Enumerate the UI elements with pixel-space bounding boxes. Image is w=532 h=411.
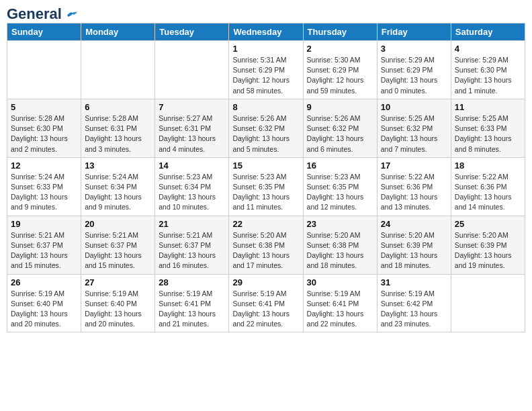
day-info: Sunrise: 5:21 AMSunset: 6:37 PMDaylight:… (159, 230, 225, 271)
day-info: Sunrise: 5:19 AMSunset: 6:41 PMDaylight:… (307, 289, 373, 330)
day-info: Sunrise: 5:19 AMSunset: 6:41 PMDaylight:… (232, 289, 299, 330)
weekday-header: Monday (81, 24, 155, 41)
day-number: 28 (159, 277, 225, 287)
day-number: 27 (85, 277, 151, 287)
day-number: 23 (307, 219, 373, 229)
calendar-cell: 29Sunrise: 5:19 AMSunset: 6:41 PMDayligh… (229, 274, 303, 332)
calendar-cell: 4Sunrise: 5:29 AMSunset: 6:30 PMDaylight… (451, 41, 525, 99)
day-info: Sunrise: 5:28 AMSunset: 6:31 PMDaylight:… (85, 113, 151, 154)
day-info: Sunrise: 5:20 AMSunset: 6:38 PMDaylight:… (232, 230, 299, 271)
weekday-header: Thursday (303, 24, 377, 41)
calendar-cell: 9Sunrise: 5:26 AMSunset: 6:32 PMDaylight… (303, 99, 377, 157)
day-number: 17 (381, 161, 447, 171)
day-info: Sunrise: 5:19 AMSunset: 6:40 PMDaylight:… (11, 289, 77, 330)
logo-bird-icon (66, 10, 78, 19)
day-number: 22 (232, 219, 299, 229)
calendar-cell: 2Sunrise: 5:30 AMSunset: 6:29 PMDaylight… (303, 41, 377, 99)
day-info: Sunrise: 5:23 AMSunset: 6:35 PMDaylight:… (232, 172, 299, 213)
day-number: 15 (232, 161, 299, 171)
calendar-cell: 25Sunrise: 5:20 AMSunset: 6:39 PMDayligh… (451, 216, 525, 274)
day-info: Sunrise: 5:22 AMSunset: 6:36 PMDaylight:… (455, 172, 521, 213)
day-info: Sunrise: 5:19 AMSunset: 6:42 PMDaylight:… (381, 289, 447, 330)
day-number: 11 (455, 102, 521, 112)
day-number: 19 (11, 219, 77, 229)
day-info: Sunrise: 5:20 AMSunset: 6:39 PMDaylight:… (381, 230, 447, 271)
day-info: Sunrise: 5:30 AMSunset: 6:29 PMDaylight:… (307, 55, 373, 96)
day-info: Sunrise: 5:19 AMSunset: 6:41 PMDaylight:… (159, 289, 225, 330)
calendar-cell: 22Sunrise: 5:20 AMSunset: 6:38 PMDayligh… (229, 216, 303, 274)
calendar-cell: 11Sunrise: 5:25 AMSunset: 6:33 PMDayligh… (451, 99, 525, 157)
calendar-cell: 31Sunrise: 5:19 AMSunset: 6:42 PMDayligh… (377, 274, 451, 332)
calendar-cell: 13Sunrise: 5:24 AMSunset: 6:34 PMDayligh… (81, 157, 155, 216)
calendar-cell: 24Sunrise: 5:20 AMSunset: 6:39 PMDayligh… (377, 216, 451, 274)
calendar-cell: 1Sunrise: 5:31 AMSunset: 6:29 PMDaylight… (229, 41, 303, 99)
calendar-cell: 26Sunrise: 5:19 AMSunset: 6:40 PMDayligh… (7, 274, 81, 332)
day-number: 20 (85, 219, 151, 229)
day-info: Sunrise: 5:20 AMSunset: 6:39 PMDaylight:… (455, 230, 521, 271)
day-number: 10 (381, 102, 447, 112)
day-number: 26 (11, 277, 77, 287)
day-info: Sunrise: 5:23 AMSunset: 6:34 PMDaylight:… (159, 172, 225, 213)
day-info: Sunrise: 5:19 AMSunset: 6:40 PMDaylight:… (85, 289, 151, 330)
calendar-cell: 14Sunrise: 5:23 AMSunset: 6:34 PMDayligh… (155, 157, 229, 216)
day-info: Sunrise: 5:21 AMSunset: 6:37 PMDaylight:… (11, 230, 77, 271)
calendar-cell: 18Sunrise: 5:22 AMSunset: 6:36 PMDayligh… (451, 157, 525, 216)
calendar-table: SundayMondayTuesdayWednesdayThursdayFrid… (7, 23, 525, 332)
day-number: 16 (307, 161, 373, 171)
day-number: 14 (159, 161, 225, 171)
day-info: Sunrise: 5:24 AMSunset: 6:34 PMDaylight:… (85, 172, 151, 213)
day-info: Sunrise: 5:29 AMSunset: 6:30 PMDaylight:… (455, 55, 521, 96)
calendar-cell: 17Sunrise: 5:22 AMSunset: 6:36 PMDayligh… (377, 157, 451, 216)
weekday-header: Tuesday (155, 24, 229, 41)
day-number: 5 (11, 102, 77, 112)
calendar-cell (451, 274, 525, 332)
day-number: 31 (381, 277, 447, 287)
calendar-cell: 20Sunrise: 5:21 AMSunset: 6:37 PMDayligh… (81, 216, 155, 274)
weekday-header: Sunday (7, 24, 81, 41)
calendar-cell: 8Sunrise: 5:26 AMSunset: 6:32 PMDaylight… (229, 99, 303, 157)
day-info: Sunrise: 5:21 AMSunset: 6:37 PMDaylight:… (85, 230, 151, 271)
day-info: Sunrise: 5:25 AMSunset: 6:32 PMDaylight:… (381, 113, 447, 154)
day-number: 21 (159, 219, 225, 229)
day-info: Sunrise: 5:26 AMSunset: 6:32 PMDaylight:… (307, 113, 373, 154)
calendar-cell: 10Sunrise: 5:25 AMSunset: 6:32 PMDayligh… (377, 99, 451, 157)
day-number: 18 (455, 161, 521, 171)
weekday-header: Wednesday (229, 24, 303, 41)
calendar-cell (81, 41, 155, 99)
day-number: 1 (232, 44, 299, 54)
day-number: 4 (455, 44, 521, 54)
calendar-cell: 12Sunrise: 5:24 AMSunset: 6:33 PMDayligh… (7, 157, 81, 216)
day-number: 6 (85, 102, 151, 112)
logo: General (7, 7, 78, 19)
header: General (7, 7, 525, 19)
calendar-cell: 21Sunrise: 5:21 AMSunset: 6:37 PMDayligh… (155, 216, 229, 274)
calendar-cell: 3Sunrise: 5:29 AMSunset: 6:29 PMDaylight… (377, 41, 451, 99)
day-number: 8 (232, 102, 299, 112)
day-number: 30 (307, 277, 373, 287)
calendar-cell: 27Sunrise: 5:19 AMSunset: 6:40 PMDayligh… (81, 274, 155, 332)
day-number: 2 (307, 44, 373, 54)
logo-text: General (7, 7, 78, 21)
weekday-header: Friday (377, 24, 451, 41)
day-number: 9 (307, 102, 373, 112)
day-info: Sunrise: 5:28 AMSunset: 6:30 PMDaylight:… (11, 113, 77, 154)
calendar-cell: 30Sunrise: 5:19 AMSunset: 6:41 PMDayligh… (303, 274, 377, 332)
day-number: 3 (381, 44, 447, 54)
day-info: Sunrise: 5:25 AMSunset: 6:33 PMDaylight:… (455, 113, 521, 154)
day-info: Sunrise: 5:27 AMSunset: 6:31 PMDaylight:… (159, 113, 225, 154)
day-number: 24 (381, 219, 447, 229)
day-info: Sunrise: 5:24 AMSunset: 6:33 PMDaylight:… (11, 172, 77, 213)
calendar-cell: 5Sunrise: 5:28 AMSunset: 6:30 PMDaylight… (7, 99, 81, 157)
calendar-cell: 6Sunrise: 5:28 AMSunset: 6:31 PMDaylight… (81, 99, 155, 157)
day-number: 7 (159, 102, 225, 112)
day-info: Sunrise: 5:31 AMSunset: 6:29 PMDaylight:… (232, 55, 299, 96)
calendar-cell: 15Sunrise: 5:23 AMSunset: 6:35 PMDayligh… (229, 157, 303, 216)
day-info: Sunrise: 5:20 AMSunset: 6:38 PMDaylight:… (307, 230, 373, 271)
day-number: 12 (11, 161, 77, 171)
calendar-cell (7, 41, 81, 99)
calendar-cell: 23Sunrise: 5:20 AMSunset: 6:38 PMDayligh… (303, 216, 377, 274)
day-info: Sunrise: 5:23 AMSunset: 6:35 PMDaylight:… (307, 172, 373, 213)
calendar-cell (155, 41, 229, 99)
day-number: 13 (85, 161, 151, 171)
calendar-cell: 28Sunrise: 5:19 AMSunset: 6:41 PMDayligh… (155, 274, 229, 332)
